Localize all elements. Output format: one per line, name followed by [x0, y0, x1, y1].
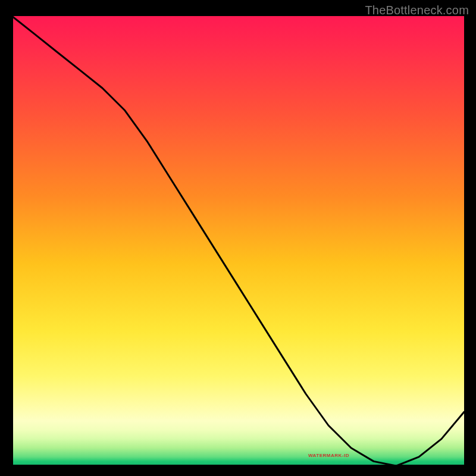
watermark-text: TheBottleneck.com — [365, 4, 469, 17]
plot-inner: WATERMARK-ID — [12, 16, 464, 466]
plot-area: WATERMARK-ID — [12, 16, 464, 466]
inner-watermark: WATERMARK-ID — [308, 453, 349, 458]
bottleneck-curve — [12, 16, 464, 466]
chart-frame: TheBottleneck.com WATERMARK-ID — [0, 0, 476, 476]
curve-line — [12, 16, 464, 466]
